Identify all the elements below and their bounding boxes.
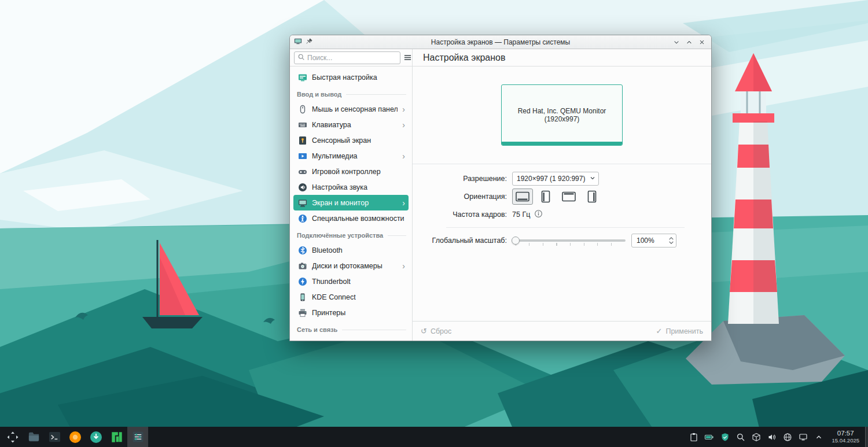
sidebar-item-game-controller[interactable]: Игровой контроллер bbox=[293, 164, 409, 179]
slider-track[interactable] bbox=[512, 239, 626, 242]
file-manager-button[interactable] bbox=[23, 427, 44, 447]
mouse-icon bbox=[298, 105, 307, 114]
reset-button[interactable]: ↺ Сброс bbox=[421, 327, 451, 335]
pin-icon[interactable] bbox=[306, 37, 313, 47]
spin-down-icon[interactable] bbox=[668, 241, 674, 245]
monitor-preview[interactable]: Red Hat, Inc. QEMU Monitor (1920x997) bbox=[501, 84, 623, 146]
sidebar-item-printers[interactable]: Принтеры bbox=[293, 305, 409, 320]
sidebar-item-touchscreen[interactable]: Сенсорный экран bbox=[293, 132, 409, 148]
global-scale-slider[interactable] bbox=[512, 234, 626, 247]
firefox-button[interactable] bbox=[65, 427, 86, 447]
monitor-accent-bar bbox=[502, 142, 622, 145]
tray-expander-icon[interactable] bbox=[811, 427, 826, 447]
thunderbolt-icon bbox=[298, 277, 307, 286]
search-input[interactable] bbox=[307, 54, 397, 62]
menu-button[interactable] bbox=[403, 51, 412, 64]
sidebar-item-accessibility[interactable]: Специальные возможности bbox=[293, 210, 409, 226]
sidebar-item-quick-settings[interactable]: Быстрая настройка bbox=[293, 69, 409, 85]
chevron-right-icon: › bbox=[402, 341, 405, 341]
clock[interactable]: 07:57 15.04.2025 bbox=[827, 430, 864, 444]
search-box bbox=[294, 51, 400, 64]
sidebar-item-label: Thunderbolt bbox=[312, 278, 405, 286]
monitor-preview-area: Red Hat, Inc. QEMU Monitor (1920x997) bbox=[413, 67, 711, 164]
taskbar-active-app[interactable] bbox=[127, 427, 148, 447]
resolution-dropdown[interactable]: 1920×997 (1 920:997) bbox=[512, 172, 599, 186]
close-button[interactable] bbox=[697, 37, 707, 47]
sidebar-item-label: Экран и монитор bbox=[312, 199, 398, 207]
chevron-right-icon: › bbox=[402, 105, 405, 113]
sidebar-item-mouse[interactable]: Мышь и сенсорная панель › bbox=[293, 101, 409, 117]
slider-handle[interactable] bbox=[512, 237, 520, 245]
sidebar: Быстрая настройка Ввод и вывод Мышь и се… bbox=[290, 49, 413, 341]
maximize-button[interactable] bbox=[684, 37, 694, 47]
package-icon[interactable] bbox=[749, 427, 763, 447]
network-icon[interactable] bbox=[780, 427, 795, 447]
accessibility-icon bbox=[298, 214, 307, 223]
sidebar-item-label: Настройка звука bbox=[312, 183, 405, 191]
system-settings-icon bbox=[131, 430, 145, 444]
refresh-rate-label: Частота кадров: bbox=[413, 210, 512, 219]
sidebar-item-display[interactable]: Экран и монитор › bbox=[293, 195, 409, 210]
sidebar-item-multimedia[interactable]: Мультимедиа › bbox=[293, 148, 409, 164]
sidebar-item-label: Мышь и сенсорная панель bbox=[312, 105, 398, 113]
orientation-landscape-flipped-button[interactable] bbox=[558, 189, 579, 205]
titlebar[interactable]: Настройка экранов — Параметры системы bbox=[290, 35, 711, 49]
terminal-launcher-button[interactable] bbox=[44, 427, 65, 447]
form-separator bbox=[446, 227, 685, 228]
magnifier-icon[interactable] bbox=[733, 427, 748, 447]
sidebar-item-label: Принтеры bbox=[312, 309, 405, 317]
sidebar-item-bluetooth[interactable]: Bluetooth bbox=[293, 242, 409, 258]
sidebar-item-audio[interactable]: Настройка звука bbox=[293, 179, 409, 195]
orientation-portrait-button[interactable] bbox=[535, 189, 556, 205]
firefox-icon bbox=[68, 430, 82, 444]
multimedia-icon bbox=[298, 152, 307, 161]
chevron-right-icon: › bbox=[402, 199, 405, 207]
monitor-name: Red Hat, Inc. QEMU Monitor bbox=[513, 107, 611, 115]
security-shield-icon[interactable] bbox=[718, 427, 732, 447]
manjaro-logo-icon bbox=[111, 431, 123, 444]
apply-button[interactable]: ✓ Применить bbox=[656, 327, 704, 335]
sidebar-section-connected-devices: Подключённые устройства bbox=[293, 226, 409, 242]
global-scale-spinbox[interactable]: 100% bbox=[631, 234, 676, 247]
manjaro-button[interactable] bbox=[106, 427, 127, 447]
monitor-portrait-flipped-icon bbox=[584, 190, 599, 203]
sidebar-item-wifi[interactable]: Wi-Fi и интернет › bbox=[293, 337, 409, 341]
software-updates-button[interactable] bbox=[86, 427, 106, 447]
app-icon bbox=[294, 37, 302, 47]
keyboard-icon bbox=[298, 120, 307, 130]
global-scale-label: Глобальный масштаб: bbox=[413, 237, 512, 245]
minimize-button[interactable] bbox=[671, 37, 682, 47]
sidebar-item-label: Игровой контроллер bbox=[312, 168, 405, 176]
spin-up-icon[interactable] bbox=[668, 237, 674, 241]
show-desktop-button[interactable] bbox=[865, 427, 868, 447]
volume-icon[interactable] bbox=[764, 427, 779, 447]
game-controller-icon bbox=[298, 167, 307, 176]
sidebar-item-kde-connect[interactable]: KDE Connect bbox=[293, 289, 409, 305]
bluetooth-icon bbox=[298, 246, 307, 255]
system-settings-window: Настройка экранов — Параметры системы bbox=[289, 35, 712, 341]
sidebar-item-keyboard[interactable]: Клавиатура › bbox=[293, 117, 409, 132]
chevron-right-icon: › bbox=[402, 121, 405, 129]
clipboard-icon[interactable] bbox=[686, 427, 701, 447]
sidebar-item-thunderbolt[interactable]: Thunderbolt bbox=[293, 274, 409, 289]
sidebar-item-label: Мультимедиа bbox=[312, 152, 398, 160]
orientation-portrait-flipped-button[interactable] bbox=[582, 189, 602, 205]
keyboard-layout-icon[interactable] bbox=[796, 427, 810, 447]
slider-ticks bbox=[516, 243, 624, 246]
sidebar-item-label: Сенсорный экран bbox=[312, 136, 405, 145]
sidebar-item-label: Специальные возможности bbox=[312, 215, 405, 223]
chevron-down-icon bbox=[589, 175, 596, 183]
check-icon: ✓ bbox=[656, 327, 663, 335]
wifi-icon bbox=[298, 340, 307, 341]
printer-icon bbox=[298, 308, 307, 317]
page-title: Настройка экранов bbox=[423, 53, 505, 63]
info-icon[interactable] bbox=[534, 209, 543, 220]
refresh-rate-value: 75 Гц bbox=[512, 210, 530, 219]
orientation-label: Ориентация: bbox=[413, 193, 512, 201]
sidebar-item-label: Быстрая настройка bbox=[312, 73, 405, 82]
clock-time: 07:57 bbox=[832, 430, 859, 437]
battery-icon[interactable] bbox=[702, 427, 716, 447]
sidebar-item-disks-cameras[interactable]: Диски и фотокамеры › bbox=[293, 258, 409, 274]
app-launcher-button[interactable] bbox=[2, 427, 23, 447]
orientation-landscape-button[interactable] bbox=[512, 189, 533, 205]
